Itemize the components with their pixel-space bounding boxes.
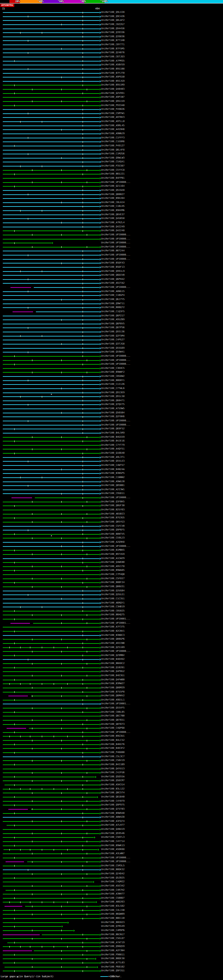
hit-label[interactable]: UniRef100_Q7RS49 <box>101 925 124 928</box>
hit-row[interactable]: UniRef100_C1BLH5 <box>0 204 223 208</box>
hit-bar[interactable] <box>3 73 99 74</box>
hit-bar[interactable] <box>3 469 99 470</box>
hit-bar[interactable] <box>3 627 99 627</box>
hit-row[interactable]: UniRef100_C5KFL3 <box>0 835 223 840</box>
hit-row[interactable]: UniRef100_UPI0000... <box>0 358 223 363</box>
hit-row[interactable]: UniRef100_B4E3G1 <box>0 674 223 678</box>
hit-label[interactable]: UniRef100_Q9WLW3 <box>101 156 124 159</box>
hit-label[interactable]: UniRef100_A8NG15 <box>101 290 124 293</box>
hit-row[interactable]: UniRef100_B6T244 <box>0 249 223 253</box>
hit-row[interactable]: UniRef100_B6CN17 <box>0 933 223 937</box>
hit-label[interactable]: UniRef100_A9TNV3 <box>101 116 124 119</box>
hit-bar[interactable] <box>3 121 99 122</box>
hit-bar[interactable] <box>3 271 99 272</box>
hit-label[interactable]: UniRef100_A5DK68 <box>101 848 124 851</box>
hit-row[interactable]: UniRef100_C1Q3F5 <box>0 310 223 314</box>
hit-row[interactable]: UniRef100_UPI0000... <box>0 241 223 245</box>
hit-row[interactable]: UniRef100_B3LS82 <box>0 904 223 908</box>
hit-label[interactable]: UniRef100_A1CW29 <box>101 557 124 560</box>
hit-bar[interactable] <box>3 679 99 680</box>
hit-row[interactable]: UniRef100_B0DK32 <box>0 868 223 872</box>
hit-label[interactable]: UniRef100_A9TLL0 <box>101 120 124 123</box>
hit-row[interactable]: UniRef100_Q5Z025 <box>0 876 223 880</box>
hit-row[interactable]: UniRef100_A5DK68 <box>0 848 223 852</box>
hit-label[interactable]: UniRef100_Q21164 <box>101 185 124 188</box>
hit-row[interactable]: UniRef100_C0Z2G7 <box>0 22 223 27</box>
hit-bar[interactable] <box>3 227 99 228</box>
hit-bar[interactable] <box>3 275 99 276</box>
hit-label[interactable]: UniRef100_A3LWN7 <box>101 852 124 855</box>
hit-label[interactable]: UniRef100_C3HB19 <box>101 605 124 608</box>
hit-bar[interactable] <box>3 776 95 777</box>
hit-bar[interactable] <box>3 65 99 65</box>
hit-row[interactable]: UniRef100_C8BL05 <box>0 710 223 714</box>
hit-label[interactable]: UniRef100_P35387 <box>101 164 124 167</box>
hit-row[interactable]: UniRef100_UPI0001... <box>0 621 223 625</box>
hit-row[interactable]: UniRef100_A7TL03 <box>0 961 223 965</box>
hit-label[interactable]: UniRef100_C1Q3F5 <box>101 310 124 313</box>
hit-bar[interactable] <box>3 336 99 337</box>
hit-row[interactable]: UniRef100_B9G3U1 <box>0 734 223 738</box>
hit-bar[interactable] <box>3 853 99 854</box>
hit-bar[interactable] <box>3 619 99 619</box>
hit-row[interactable]: UniRef100_UPI0000... <box>0 253 223 257</box>
hit-row[interactable]: UniRef100_B0E110 <box>0 916 223 921</box>
hit-label[interactable]: UniRef100_B4DVD2 <box>101 658 124 661</box>
hit-bar[interactable] <box>3 384 99 385</box>
hit-row[interactable]: UniRef100_Q6VE37 <box>0 213 223 217</box>
hit-row[interactable]: UniRef100_UPI0000... <box>0 362 223 366</box>
hit-row[interactable]: UniRef100_B9IJG9 <box>0 79 223 83</box>
hit-bar[interactable] <box>3 829 99 830</box>
low-identity-segment[interactable] <box>13 312 33 312</box>
hit-bar[interactable] <box>3 215 99 215</box>
hit-bar[interactable] <box>3 352 99 353</box>
hit-bar[interactable] <box>31 696 99 696</box>
hit-label[interactable]: UniRef100_UPI0001... <box>101 622 130 625</box>
hit-bar[interactable] <box>3 671 99 672</box>
hit-bar[interactable] <box>3 291 99 292</box>
hit-bar[interactable] <box>3 582 99 583</box>
hit-label[interactable]: UniRef100_Q4FWB0 <box>101 678 124 681</box>
hit-row[interactable]: UniRef100_C7YT79 <box>0 443 223 447</box>
hit-bar[interactable] <box>3 368 99 369</box>
hit-row[interactable]: UniRef100_UPI0000... <box>0 730 223 735</box>
hit-bar[interactable] <box>3 712 99 713</box>
hit-row[interactable]: UniRef100_B9HVM6 <box>0 208 223 213</box>
hit-row[interactable]: UniRef100_A9SZB9 <box>0 318 223 322</box>
hit-bar[interactable] <box>3 259 99 260</box>
hit-row[interactable]: UniRef100_A3NH77 <box>0 892 223 896</box>
hit-row[interactable]: UniRef100_Q42248 <box>0 229 223 233</box>
hit-label[interactable]: UniRef100_Q0UF30 <box>101 504 124 507</box>
hit-label[interactable]: UniRef100_B0E023 <box>101 921 124 924</box>
hit-row[interactable]: UniRef100_UPI0001... <box>0 617 223 621</box>
hit-row[interactable]: UniRef100_C5YYC8 <box>0 168 223 172</box>
hit-row[interactable]: UniRef100_C4PG27 <box>0 338 223 342</box>
hit-row[interactable]: UniRef100_B974S9 <box>0 552 223 557</box>
hit-label[interactable]: UniRef100_B9G3U1 <box>101 735 124 738</box>
hit-label[interactable]: UniRef100_Q05YG3 <box>101 520 124 523</box>
hit-label[interactable]: UniRef100_Q10281 <box>101 666 124 669</box>
hit-label[interactable]: UniRef100_B4E3G1 <box>101 674 124 677</box>
hit-row[interactable]: UniRef100_A6RQY1 <box>0 601 223 605</box>
hit-bar[interactable] <box>3 283 99 284</box>
hit-row[interactable]: UniRef100_C56V19 <box>0 759 223 763</box>
hit-row[interactable]: UniRef100_A0D263 <box>0 900 223 904</box>
hit-label[interactable]: UniRef100_UPI0000... <box>101 359 130 362</box>
hit-label[interactable]: UniRef100_A8W4Z8 <box>101 816 124 819</box>
hit-label[interactable]: UniRef100_P60102 <box>101 966 124 969</box>
hit-bar[interactable] <box>3 32 99 33</box>
hit-label[interactable]: UniRef100_Q6VE37 <box>101 213 124 216</box>
hit-row[interactable]: UniRef100_A2F3N4 <box>0 949 223 953</box>
hit-bar[interactable] <box>3 510 99 510</box>
hit-label[interactable]: UniRef100_C5XQ41 <box>101 160 124 163</box>
hit-bar[interactable] <box>3 441 99 442</box>
hit-row[interactable]: UniRef100_UPI0000... <box>0 245 223 249</box>
hit-row[interactable]: UniRef100_Q60471 <box>0 399 223 403</box>
hit-row[interactable]: UniRef100_A9PGS0 <box>0 75 223 79</box>
hit-bar[interactable] <box>3 295 99 296</box>
hit-bar[interactable] <box>3 231 99 231</box>
hit-bar[interactable] <box>3 433 99 434</box>
hit-label[interactable]: UniRef100_B4GS59 <box>101 436 124 439</box>
hit-bar[interactable] <box>3 340 99 340</box>
hit-row[interactable]: UniRef100_Q6P217 <box>0 314 223 318</box>
